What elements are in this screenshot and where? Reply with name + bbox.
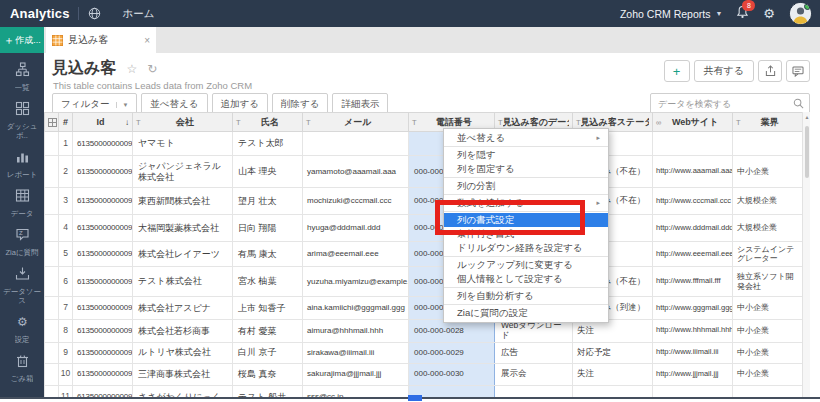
tab-leads[interactable]: 見込み客 × [46, 27, 156, 53]
cell-website[interactable]: http://www.jjjmail.jjj [653, 363, 733, 385]
cell-id[interactable]: 6135000000009 [73, 132, 133, 156]
cell-rownum[interactable]: 5 [59, 242, 73, 267]
cell-select[interactable] [45, 215, 59, 242]
search-input[interactable] [656, 98, 793, 110]
cell-rownum[interactable]: 2 [59, 156, 73, 188]
cell-name[interactable]: 望月 壮太 [233, 188, 303, 215]
cell-status[interactable]: 対応予定 [573, 342, 653, 363]
cell-select[interactable] [45, 267, 59, 297]
cell-company[interactable]: 株式会社若杉商事 [133, 320, 233, 343]
vertical-scrollbar[interactable]: ▲ [802, 112, 810, 402]
cell-company[interactable]: ルトリヤ株式会社 [133, 342, 233, 363]
cell-select[interactable] [45, 342, 59, 363]
cell-rownum[interactable]: 7 [59, 297, 73, 320]
cell-select[interactable] [45, 297, 59, 320]
cell-name[interactable]: 有村 愛菜 [233, 320, 303, 343]
cell-email[interactable]: sirakawa@iiimail.iii [303, 342, 409, 363]
cell-industry[interactable]: 独立系ソフト開発会社 [733, 267, 803, 297]
cell-website[interactable]: http://www.cccmail.ccc [653, 188, 733, 215]
cell-company[interactable]: 株式会社レイアーツ [133, 242, 233, 267]
export-button[interactable] [758, 60, 782, 82]
cell-name[interactable]: 桜島 真奈 [233, 363, 303, 385]
select-all-icon[interactable] [48, 113, 57, 131]
column-header-rownum[interactable]: # [59, 113, 73, 132]
cell-rownum[interactable]: 6 [59, 267, 73, 297]
cell-industry[interactable]: 中小企業 [733, 156, 803, 188]
chevron-down-icon[interactable]: ▼ [116, 102, 128, 108]
context-menu-item[interactable]: 列の書式設定 [444, 213, 608, 227]
sidebar-item[interactable]: ごみ箱 [0, 349, 44, 388]
cell-industry[interactable]: 中小企業 [733, 342, 803, 363]
cell-id[interactable]: 6135000000009 [73, 242, 133, 267]
cell-rownum[interactable]: 8 [59, 320, 73, 343]
cell-industry[interactable]: 中小企業 [733, 320, 803, 343]
cell-email[interactable]: mochizuki@cccmail.ccc [303, 188, 409, 215]
cell-id[interactable]: 6135000000009 [73, 320, 133, 343]
cell-website[interactable]: http://www.dddmail.ddd [653, 215, 733, 242]
scrollbar-thumb[interactable] [805, 126, 809, 178]
workspace-selector[interactable]: Zoho CRM Reports▼ [620, 8, 722, 20]
cell-status[interactable]: 失注 [573, 363, 653, 385]
cell-website[interactable]: http://www.hhhmail.hhh [653, 320, 733, 343]
cell-id[interactable]: 6135000000009 [73, 215, 133, 242]
cell-website[interactable]: http://www.eeemail.eee [653, 242, 733, 267]
sidebar-item[interactable]: ダッシュボ.. [0, 97, 44, 145]
cell-website[interactable]: http://www.gggmail.ggg [653, 297, 733, 320]
cell-industry[interactable]: 中小企業 [733, 297, 803, 320]
cell-name[interactable]: 宮水 柚葉 [233, 267, 303, 297]
cell-name[interactable]: 日向 翔陽 [233, 215, 303, 242]
cell-select[interactable] [45, 242, 59, 267]
cell-rownum[interactable]: 10 [59, 363, 73, 385]
column-header-industry[interactable]: T業界 [733, 113, 803, 132]
add-button[interactable]: + [664, 60, 690, 82]
globe-icon[interactable] [88, 7, 101, 20]
cell-industry[interactable]: 大規模企業 [733, 215, 803, 242]
cell-id[interactable]: 6135000000009 [73, 297, 133, 320]
tab-close-icon[interactable]: × [144, 35, 150, 46]
context-menu-item[interactable]: 個人情報として設定する [444, 272, 608, 286]
cell-rownum[interactable]: 3 [59, 188, 73, 215]
cell-source[interactable]: 展示会 [495, 363, 573, 385]
column-header-name[interactable]: T氏名 [233, 113, 303, 132]
cell-company[interactable]: テスト株式会社 [133, 267, 233, 297]
column-header-website[interactable]: ∞Webサイト [653, 113, 733, 132]
cell-industry[interactable] [733, 132, 803, 156]
cell-name[interactable]: テスト太郎 [233, 132, 303, 156]
cell-company[interactable]: 三津商事株式会社 [133, 363, 233, 385]
cell-id[interactable]: 6135000000009 [73, 188, 133, 215]
avatar[interactable] [789, 2, 812, 25]
sidebar-item[interactable]: データソース [0, 262, 44, 310]
column-header-email[interactable]: Tメール [303, 113, 409, 132]
cell-email[interactable]: yamamoto@aaamail.aaa [303, 156, 409, 188]
cell-company[interactable]: ジャパンジェネラル株式会社 [133, 156, 233, 188]
context-menu-item[interactable]: 列を隠す [444, 148, 608, 162]
cell-industry[interactable]: 中小企業 [733, 363, 803, 385]
nav-home-link[interactable]: ホーム [123, 7, 155, 21]
column-header-select[interactable] [45, 113, 59, 132]
sidebar-item[interactable]: ⚙設定 [0, 310, 44, 349]
context-menu-item[interactable]: 数式を追加する▸ [444, 196, 608, 210]
cell-industry[interactable]: システムインテグレーター [733, 242, 803, 267]
cell-website[interactable]: http://www.aaamail.aaa [653, 156, 733, 188]
cell-website[interactable]: http://www.iiimail.iii [653, 342, 733, 363]
cell-rownum[interactable]: 9 [59, 342, 73, 363]
column-header-id[interactable]: Id↓ [73, 113, 133, 132]
cell-phone[interactable]: 000-000-0030 [409, 363, 495, 385]
context-menu-item[interactable]: 条件付き書式 [444, 227, 608, 241]
sidebar-item[interactable]: レポート [0, 145, 44, 184]
context-menu-item[interactable]: 列を固定する [444, 162, 608, 176]
cell-email[interactable]: hyuga@dddmail.ddd [303, 215, 409, 242]
cell-id[interactable]: 6135000000009 [73, 267, 133, 297]
cell-select[interactable] [45, 156, 59, 188]
cell-source[interactable]: 広告 [495, 342, 573, 363]
cell-email[interactable]: aimura@hhhmail.hhh [303, 320, 409, 343]
cell-email[interactable] [303, 132, 409, 156]
cell-email[interactable]: yuzuha.miyamizu@example.com [303, 267, 409, 297]
cell-select[interactable] [45, 132, 59, 156]
sidebar-item[interactable]: データ [0, 184, 44, 223]
cell-company[interactable]: 株式会社アスピナ [133, 297, 233, 320]
context-menu-item[interactable]: 並べ替える▸ [444, 131, 608, 145]
notifications-button[interactable]: 8 [736, 5, 749, 23]
search-box[interactable] [650, 93, 810, 114]
refresh-icon[interactable]: ↻ [147, 62, 157, 76]
